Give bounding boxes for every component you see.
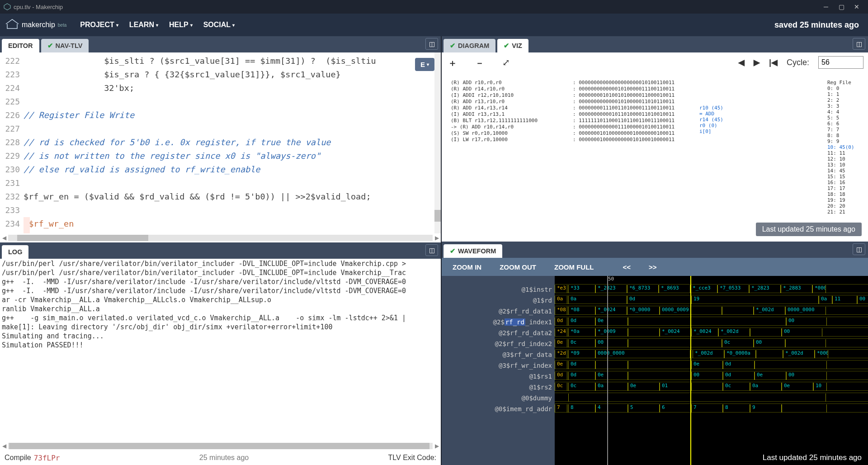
code-line[interactable] — [24, 95, 441, 109]
line-number: 227 — [0, 122, 24, 136]
line-number: 233 — [0, 204, 24, 217]
status-when: 25 minutes ago — [60, 454, 388, 462]
log-line: Simulating and tracing... — [2, 332, 439, 341]
code-line[interactable]: // Register File Write — [24, 109, 441, 122]
log-line: g++ -I. -MMD -I/usr/share/verilator/incl… — [2, 278, 439, 287]
tab-log[interactable]: LOG — [2, 245, 28, 259]
viz-pane[interactable]: ＋ － ⤢ ◀ ▶ |◀ Cycle: (R) ADD r10,r0,r0 (R… — [442, 52, 868, 242]
line-number: 232 — [0, 190, 24, 204]
window-title: cpu.tlv - Makerchip — [14, 4, 63, 10]
code-line[interactable]: 32'bx; — [24, 81, 441, 95]
code-line[interactable]: // is not written to the register since … — [24, 149, 441, 163]
signal-names[interactable]: @1$instr@1$rd@2$rf_rd_data1@2$rf_rd_inde… — [442, 276, 555, 465]
split-button[interactable]: ◫ — [853, 243, 865, 255]
viz-annotations: r10 (45)= ADD r14 (45) r0 (0) i[0] — [699, 80, 754, 237]
code-line[interactable]: $is_slti ? ($src1_value[31] == $imm[31])… — [24, 54, 441, 68]
close-button[interactable]: ✕ — [849, 1, 864, 12]
line-number: 231 — [0, 176, 24, 190]
menu-help[interactable]: HELP▾ — [164, 18, 198, 32]
code-line[interactable]: // rd is checked for 5'b0 i.e. 0x regist… — [24, 136, 441, 149]
line-number: 226 — [0, 109, 24, 122]
code-line[interactable] — [24, 122, 441, 136]
line-number: 223 — [0, 68, 24, 81]
caret-icon: ▾ — [232, 23, 235, 28]
code-line[interactable]: $is_sra ? { {32{$src1_value[31]}}, $src1… — [24, 68, 441, 81]
editor-vscroll[interactable] — [434, 52, 441, 233]
wave-pane[interactable]: @1$instr@1$rd@2$rf_rd_data1@2$rf_rd_inde… — [442, 276, 868, 465]
nav-next-icon[interactable]: ▶ — [754, 57, 760, 67]
menu-learn[interactable]: LEARN▾ — [124, 18, 164, 32]
split-button[interactable]: ◫ — [853, 38, 865, 50]
tab-waveform[interactable]: ✔WAVEFORM — [443, 244, 502, 258]
caret-icon: ▾ — [156, 23, 158, 28]
log-hscroll[interactable]: ◀▶ — [0, 441, 441, 451]
zoom-out-button[interactable]: ZOOM OUT — [493, 261, 542, 274]
line-number: 225 — [0, 95, 24, 109]
code-line[interactable]: ?$rf_wr_en — [24, 217, 441, 231]
zoom-in-icon[interactable]: ＋ — [448, 57, 457, 69]
check-icon: ✔ — [504, 42, 509, 49]
signal-label[interactable]: @1$rs2 — [442, 382, 555, 393]
split-button[interactable]: ◫ — [425, 38, 438, 50]
signal-label[interactable]: @1$instr — [442, 284, 555, 295]
split-button[interactable]: ◫ — [425, 244, 438, 256]
log-line: ar -cr Vmakerchip__ALL.a Vmakerchip__ALL… — [2, 296, 439, 305]
app-icon — [4, 3, 11, 10]
line-number: 222 — [0, 54, 24, 68]
editor-pane[interactable]: 222223224225226227228229230231232233234 … — [0, 52, 441, 233]
saved-label: saved 25 minutes ago — [774, 20, 863, 30]
log-line: g++ -g sim_main.o verilated.o verilated_… — [2, 314, 439, 323]
zoom-in-button[interactable]: ZOOM IN — [446, 261, 488, 274]
tab-editor[interactable]: EDITOR — [2, 39, 39, 52]
tab-diagram[interactable]: ✔DIAGRAM — [443, 39, 495, 52]
line-number: 228 — [0, 136, 24, 149]
cycle-input[interactable] — [818, 56, 863, 69]
code-line[interactable] — [24, 204, 441, 217]
nav-prev-icon[interactable]: ◀ — [738, 57, 745, 67]
logo-text: makerchip — [22, 21, 55, 29]
line-number: 229 — [0, 149, 24, 163]
signal-label[interactable]: @2$rf_rd_data1 — [442, 306, 555, 317]
signal-label[interactable]: @2$rf_rd_index1 — [442, 317, 555, 327]
signal-label[interactable]: @0$imem_rd_addr — [442, 403, 555, 414]
log-line: /usr/bin/perl /usr/share/verilator/bin/v… — [2, 260, 439, 269]
caret-icon: ▾ — [116, 23, 118, 28]
code-line[interactable]: $rf_wr_en = ($valid && $rd_valid && ($rd… — [24, 190, 441, 204]
viz-regfile: Reg File0: 01: 12: 23: 34: 45: 56: 67: 7… — [827, 80, 863, 237]
tab-viz[interactable]: ✔VIZ — [497, 39, 528, 52]
code-area[interactable]: $is_slti ? ($src1_value[31] == $imm[31])… — [24, 52, 441, 233]
signal-label[interactable]: @2$rf_rd_index2 — [442, 338, 555, 349]
viz-updated-badge: Last updated 25 minutes ago — [756, 223, 862, 236]
signal-label[interactable]: @1$rs1 — [442, 371, 555, 382]
zoom-out-icon[interactable]: － — [475, 57, 484, 69]
log-pane[interactable]: /usr/bin/perl /usr/share/verilator/bin/v… — [0, 259, 441, 441]
editor-hscroll[interactable]: ◀▶ — [0, 233, 441, 242]
signal-label[interactable]: @3$rf_wr_data — [442, 349, 555, 360]
maximize-button[interactable]: ▢ — [834, 1, 849, 12]
code-line[interactable]: $rf_wr_index[4:0] = !$valid ? >>2$rd[4:0… — [24, 231, 441, 233]
signal-label[interactable]: @1$rd — [442, 295, 555, 306]
code-line[interactable] — [24, 176, 441, 190]
menu-project[interactable]: PROJECT▾ — [75, 18, 124, 32]
wave-prev-button[interactable]: << — [616, 261, 637, 274]
signal-label[interactable]: @0$dummy — [442, 393, 555, 403]
minimize-button[interactable]: ─ — [818, 1, 834, 12]
logo-icon — [5, 18, 20, 32]
code-line[interactable]: // else rd_valid is assigned to rf_write… — [24, 163, 441, 176]
wave-next-button[interactable]: >> — [642, 261, 663, 274]
wave-canvas[interactable]: 50*e3*33*_2823*6_8733*_8693*_cce3*7_0533… — [555, 276, 868, 465]
titlebar: cpu.tlv - Makerchip ─ ▢ ✕ — [0, 0, 868, 14]
line-number: 224 — [0, 81, 24, 95]
line-number: 230 — [0, 163, 24, 176]
editor-mode-button[interactable]: E▾ — [415, 58, 434, 71]
check-icon: ✔ — [450, 42, 456, 49]
nav-first-icon[interactable]: |◀ — [769, 57, 778, 67]
zoom-full-button[interactable]: ZOOM FULL — [548, 261, 600, 274]
log-line: /usr/bin/perl /usr/share/verilator/bin/v… — [2, 269, 439, 278]
menu-social[interactable]: SOCIAL▾ — [198, 18, 240, 32]
signal-label[interactable]: @3$rf_wr_index — [442, 360, 555, 371]
tab-navtlv[interactable]: ✔NAV-TLV — [41, 39, 89, 52]
expand-icon[interactable]: ⤢ — [502, 57, 510, 69]
line-number: 234 ▾ — [0, 217, 24, 231]
signal-label[interactable]: @2$rf_rd_data2 — [442, 327, 555, 338]
